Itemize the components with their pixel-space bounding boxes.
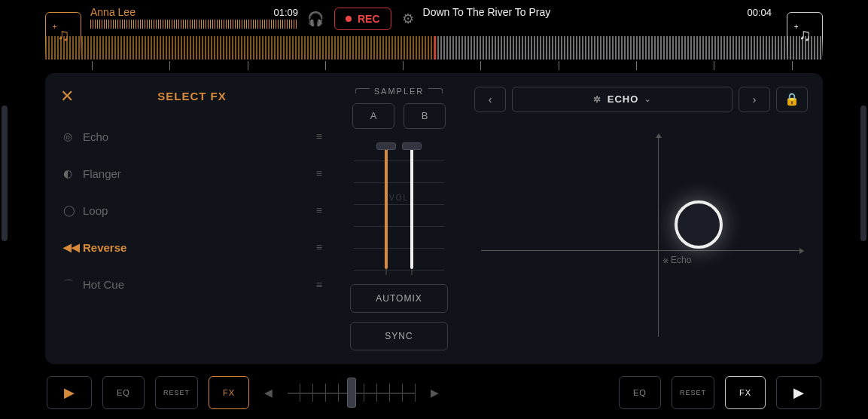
settings-gear-icon[interactable]: ⚙ [402, 11, 414, 27]
deck-b-title: Down To The River To Pray [423, 6, 551, 18]
nudge-right-b[interactable]: ▶ [426, 387, 443, 399]
headphones-icon[interactable]: 🎧 [307, 11, 324, 27]
fx-list: ◎ Echo ≡ ◐ Flanger ≡ ◯ Loop ≡ ◀◀ Reverse [60, 120, 324, 302]
beat-grid-ticks [45, 61, 823, 70]
drag-handle-icon[interactable]: ≡ [316, 241, 321, 253]
sampler-mixer-panel: SAMPLER A B VOL AUTOMIX SYNC [339, 87, 459, 350]
fx-selector-label: ECHO [608, 93, 639, 105]
waveform-deck-a [45, 36, 434, 60]
sampler-b-button[interactable]: B [404, 103, 446, 129]
fx-next-button[interactable]: › [739, 87, 770, 112]
sampler-a-button[interactable]: A [352, 103, 394, 129]
chevron-down-icon: ⌄ [644, 95, 651, 103]
echo-fx-icon: ◎ [63, 130, 83, 142]
close-fx-panel-button[interactable]: ✕ [60, 87, 83, 106]
fx-selector-dropdown[interactable]: ✲ ECHO ⌄ [512, 87, 732, 112]
volume-fader-b[interactable] [410, 142, 414, 275]
play-button-b[interactable]: ▶ [776, 376, 821, 409]
crossfader-knob[interactable] [347, 378, 356, 408]
fx-button-a[interactable]: FX [209, 376, 249, 409]
volume-faders: VOL [354, 139, 444, 275]
reset-button-a[interactable]: RESET [155, 376, 198, 409]
xy-y-axis [658, 136, 659, 337]
xy-cursor-handle[interactable] [675, 200, 723, 249]
fx-prev-button[interactable]: ‹ [474, 87, 506, 112]
eq-button-a[interactable]: EQ [102, 376, 145, 409]
header-center-controls: 🎧 REC ⚙ [307, 6, 414, 30]
fx-lock-button[interactable]: 🔒 [776, 87, 808, 112]
deck-b-time: 00:04 [747, 7, 772, 18]
main-waveform[interactable] [45, 36, 823, 60]
transport-bar: ▶ EQ RESET FX ◀ ▶ EQ RESET FX ▶ [45, 373, 823, 413]
playhead-indicator [434, 36, 436, 60]
play-icon: ▶ [793, 384, 804, 401]
record-label: REC [358, 13, 380, 25]
loop-fx-icon: ◯ [63, 204, 83, 216]
drag-handle-icon[interactable]: ≡ [316, 279, 321, 291]
fx-item-flanger[interactable]: ◐ Flanger ≡ [60, 157, 324, 191]
fx-button-b[interactable]: FX [725, 376, 766, 409]
sampler-section-label: SAMPLER [355, 87, 443, 96]
lock-icon: 🔒 [784, 92, 799, 106]
fx-item-hotcue[interactable]: ⌒ Hot Cue ≡ [60, 268, 324, 302]
drag-handle-icon[interactable]: ≡ [316, 130, 321, 142]
waveform-deck-b [434, 36, 824, 60]
automix-button[interactable]: AUTOMIX [350, 284, 448, 313]
flanger-fx-icon: ◐ [63, 167, 83, 179]
vol-label: VOL [389, 194, 409, 202]
hotcue-fx-icon: ⌒ [63, 278, 83, 292]
deck-a-time: 01:09 [273, 7, 298, 18]
sync-button[interactable]: SYNC [350, 322, 448, 350]
drag-handle-icon[interactable]: ≡ [316, 204, 321, 216]
volume-fader-a[interactable] [384, 142, 388, 275]
fx-item-reverse[interactable]: ◀◀ Reverse ≡ [60, 231, 324, 265]
xy-touch-pad[interactable]: Echo [474, 123, 808, 350]
reset-button-b[interactable]: RESET [672, 376, 714, 409]
deck-a-title: Anna Lee [90, 6, 136, 18]
xy-origin-label: Echo [662, 255, 691, 265]
reverse-fx-icon: ◀◀ [63, 241, 83, 253]
record-dot-icon [346, 16, 352, 22]
fx-xy-panel: ‹ ✲ ECHO ⌄ › 🔒 Echo [474, 87, 808, 350]
fx-item-loop[interactable]: ◯ Loop ≡ [60, 194, 324, 228]
play-icon: ▶ [64, 384, 75, 401]
crossfader[interactable] [288, 376, 416, 409]
drag-handle-icon[interactable]: ≡ [316, 167, 321, 179]
fx-item-echo[interactable]: ◎ Echo ≡ [60, 120, 324, 154]
fx-select-panel: ✕ SELECT FX ◎ Echo ≡ ◐ Flanger ≡ ◯ Loop … [60, 87, 324, 350]
deck-a-mini-waveform[interactable] [90, 20, 298, 29]
fx-panel-title: SELECT FX [83, 90, 301, 102]
main-panel: ✕ SELECT FX ◎ Echo ≡ ◐ Flanger ≡ ◯ Loop … [45, 73, 823, 364]
deck-a-info: Anna Lee 01:09 [81, 6, 307, 29]
deck-b-info: Down To The River To Pray 00:04 [414, 6, 781, 18]
eq-button-b[interactable]: EQ [619, 376, 661, 409]
nudge-left-a[interactable]: ◀ [260, 387, 277, 399]
record-button[interactable]: REC [334, 8, 391, 30]
fx-active-icon: ✲ [593, 94, 602, 105]
xy-x-axis [481, 250, 801, 251]
play-button-a[interactable]: ▶ [47, 376, 92, 409]
